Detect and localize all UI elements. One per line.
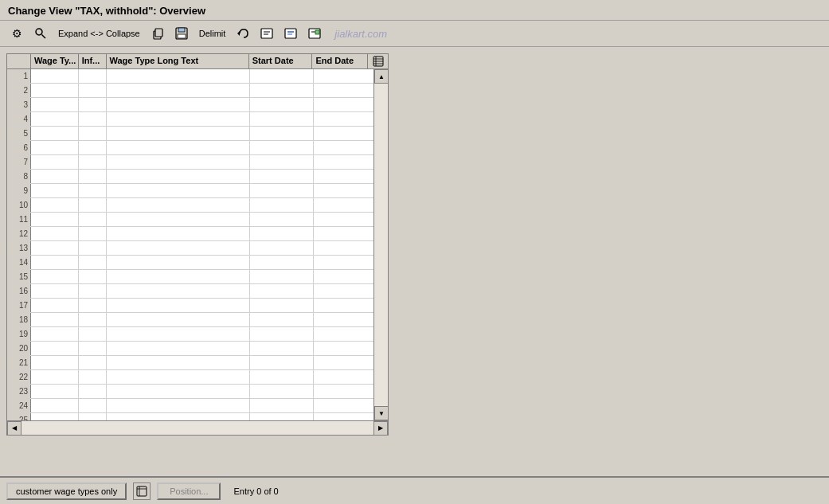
btn5[interactable] <box>280 24 301 43</box>
undo-button[interactable] <box>233 24 253 43</box>
save-button[interactable] <box>171 24 192 43</box>
row-number: 11 <box>7 213 31 226</box>
table-row[interactable]: 21 <box>7 356 373 370</box>
btn4[interactable] <box>256 24 277 43</box>
col-settings-icon[interactable] <box>368 54 388 68</box>
cell-end-date <box>314 385 370 398</box>
row-number: 13 <box>7 241 31 255</box>
col-header-inf[interactable]: Inf... <box>79 54 107 68</box>
row-number: 14 <box>7 256 31 269</box>
svg-rect-22 <box>137 486 147 496</box>
cell-end-date <box>314 184 370 197</box>
cell-wage-long-text <box>107 313 250 326</box>
row-number: 24 <box>7 399 31 412</box>
cell-inf <box>79 155 107 169</box>
row-number: 23 <box>7 385 31 398</box>
svg-rect-16 <box>315 30 319 34</box>
cell-wage-ty <box>31 184 79 197</box>
table-row[interactable]: 14 <box>7 256 373 270</box>
window-title: Change View "TAX, withhold": Overview <box>0 0 829 21</box>
find-button[interactable] <box>30 24 51 43</box>
table-row[interactable]: 6 <box>7 141 373 155</box>
table-row[interactable]: 8 <box>7 170 373 184</box>
table-row[interactable]: 12 <box>7 227 373 241</box>
row-number: 5 <box>7 127 31 140</box>
cell-wage-long-text <box>107 213 250 226</box>
table-row[interactable]: 4 <box>7 112 373 127</box>
cell-wage-long-text <box>107 270 250 283</box>
table-row[interactable]: 25 <box>7 413 373 420</box>
table-row[interactable]: 24 <box>7 399 373 413</box>
cell-inf <box>79 241 107 255</box>
table-row[interactable]: 1 <box>7 69 373 84</box>
col-header-start-date[interactable]: Start Date <box>249 54 313 68</box>
table-row[interactable]: 7 <box>7 155 373 170</box>
col-header-end-date[interactable]: End Date <box>312 54 368 68</box>
cell-wage-long-text <box>107 327 250 341</box>
cell-wage-long-text <box>107 198 250 212</box>
cell-start-date <box>250 299 314 312</box>
cell-inf <box>79 284 107 298</box>
table-row[interactable]: 17 <box>7 299 373 313</box>
btn6[interactable] <box>304 24 325 43</box>
vertical-scrollbar[interactable]: ▲ ▼ <box>373 69 388 420</box>
scroll-down-button[interactable]: ▼ <box>374 406 388 420</box>
btn5-icon <box>283 25 299 41</box>
table-row[interactable]: 2 <box>7 84 373 98</box>
row-number: 7 <box>7 155 31 169</box>
position-button[interactable]: Position... <box>157 483 221 500</box>
cell-inf <box>79 184 107 197</box>
cell-wage-long-text <box>107 356 250 369</box>
cell-wage-long-text <box>107 141 250 154</box>
cell-wage-ty <box>31 356 79 369</box>
cell-end-date <box>314 198 370 212</box>
cell-start-date <box>250 141 314 154</box>
table-row[interactable]: 22 <box>7 370 373 385</box>
cell-wage-ty <box>31 155 79 169</box>
cell-wage-long-text <box>107 413 250 420</box>
table-row[interactable]: 15 <box>7 270 373 284</box>
cell-wage-ty <box>31 342 79 355</box>
table-row[interactable]: 9 <box>7 184 373 198</box>
row-number: 17 <box>7 299 31 312</box>
expand-collapse-button[interactable]: Expand <-> Collapse <box>54 27 144 40</box>
col-header-wage-long-text[interactable]: Wage Type Long Text <box>107 54 249 68</box>
cell-wage-ty <box>31 227 79 240</box>
footer-icon-button[interactable] <box>133 483 151 500</box>
scroll-left-button[interactable]: ◀ <box>7 421 22 436</box>
customer-wage-types-button[interactable]: customer wage types only <box>6 483 127 500</box>
cell-start-date <box>250 98 314 111</box>
cell-end-date <box>314 241 370 255</box>
cell-wage-long-text <box>107 241 250 255</box>
scroll-up-button[interactable]: ▲ <box>374 69 388 84</box>
cell-start-date <box>250 198 314 212</box>
delimit-button[interactable]: Delimit <box>195 27 230 40</box>
cell-end-date <box>314 155 370 169</box>
cell-wage-long-text <box>107 69 250 83</box>
row-number: 8 <box>7 170 31 183</box>
cell-inf <box>79 112 107 126</box>
cell-inf <box>79 370 107 384</box>
cell-start-date <box>250 213 314 226</box>
table-row[interactable]: 3 <box>7 98 373 112</box>
table-row[interactable]: 16 <box>7 284 373 299</box>
table-row[interactable]: 5 <box>7 127 373 141</box>
find-icon <box>33 25 49 41</box>
table-row[interactable]: 23 <box>7 385 373 399</box>
settings-button[interactable]: ⚙ <box>6 24 27 43</box>
cell-wage-long-text <box>107 399 250 412</box>
cell-wage-ty <box>31 270 79 283</box>
table-row[interactable]: 19 <box>7 327 373 342</box>
table-row[interactable]: 18 <box>7 313 373 327</box>
horizontal-scrollbar[interactable]: ◀ ▶ <box>7 420 388 435</box>
cell-wage-ty <box>31 98 79 111</box>
table-row[interactable]: 11 <box>7 213 373 227</box>
cell-end-date <box>314 356 370 369</box>
table-row[interactable]: 20 <box>7 342 373 356</box>
col-header-wage-ty[interactable]: Wage Ty... <box>31 54 79 68</box>
cell-wage-ty <box>31 284 79 298</box>
table-row[interactable]: 10 <box>7 198 373 213</box>
table-row[interactable]: 13 <box>7 241 373 256</box>
copy-button[interactable] <box>147 24 168 43</box>
scroll-right-button[interactable]: ▶ <box>373 421 388 436</box>
